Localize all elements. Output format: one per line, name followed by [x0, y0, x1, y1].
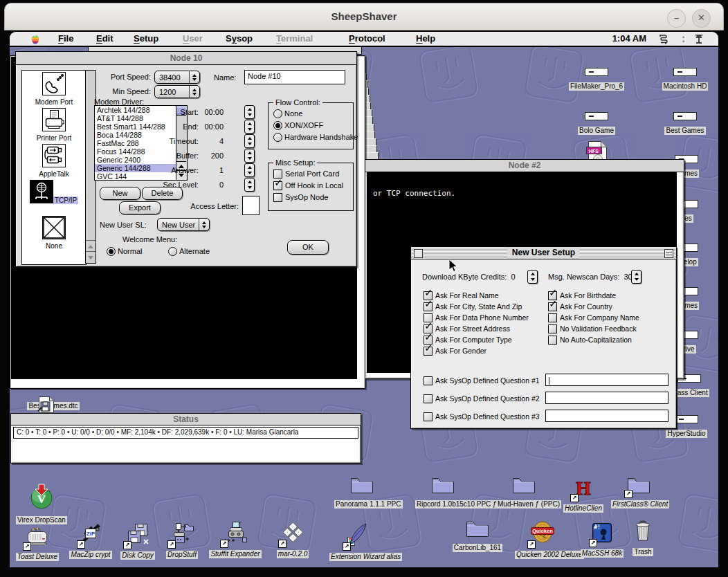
icon-label: MacZip crypt: [69, 551, 111, 559]
icon-label: Macintosh HD: [662, 82, 709, 91]
checkbox-label-ask-for-computer-type: Ask For Computer Type: [435, 336, 512, 344]
radio-alternate[interactable]: [168, 247, 177, 256]
menu-terminal[interactable]: Terminal: [276, 32, 313, 46]
port-speed-label: Port Speed:: [85, 73, 151, 81]
radio-xon-xoff[interactable]: [273, 121, 282, 130]
menu-help[interactable]: Help: [416, 32, 435, 46]
keychain-scroll-icon[interactable]: [657, 34, 668, 48]
desktop-icon-trash[interactable]: Trash: [615, 518, 671, 557]
desktop-icon-mar-0-2-0[interactable]: ↗mar-0.2.0: [265, 523, 320, 559]
port-item-tcp-ip[interactable]: TCP/IP: [22, 180, 86, 205]
desktop-icon-quicken-2002-deluxe[interactable]: QQuicken↗Quicken 2002 Deluxe: [515, 520, 570, 560]
field-value: 00:00: [203, 122, 224, 131]
port-item-none[interactable]: None: [22, 216, 86, 250]
icon-label: Mud-Haven ƒ (PPC): [496, 500, 561, 509]
menu-edit[interactable]: Edit: [96, 32, 113, 46]
desktop-icon-ripcord-1-0b15c10-ppc[interactable]: Ripcord 1.0b15c10 PPC ƒ: [415, 476, 471, 509]
sysop-question-field-2[interactable]: [545, 392, 668, 404]
checkbox-ask-sysop-defined-question-1[interactable]: [424, 376, 433, 385]
menu-setup[interactable]: Setup: [134, 32, 158, 46]
alias-arrow-icon: ↗: [167, 540, 176, 549]
stepper-timeout[interactable]: [244, 134, 255, 148]
checkbox-ask-for-company-name[interactable]: [548, 313, 557, 322]
download-credits-stepper[interactable]: [527, 270, 538, 284]
desktop-icon-panorama-1-1-1-ppc[interactable]: Panorama 1.1.1 PPC: [334, 476, 390, 509]
node10-titlebar[interactable]: Node 10: [16, 52, 356, 65]
desktop-icon-best-games[interactable]: Best Games: [657, 111, 713, 136]
checkbox-no-auto-capitalization[interactable]: [548, 336, 557, 345]
port-speed-popup[interactable]: 38400: [154, 71, 200, 84]
scroll-down-icon[interactable]: [86, 251, 95, 263]
menu-sysop[interactable]: Sysop: [226, 32, 253, 46]
menu-protocol[interactable]: Protocol: [349, 32, 385, 46]
checkbox-ask-for-country[interactable]: ✓: [548, 302, 557, 311]
window-close-box-icon[interactable]: [414, 249, 423, 258]
stepper-buffer[interactable]: [244, 149, 255, 163]
hyperstudio-icon: [675, 414, 698, 426]
field-value: 00:00: [203, 108, 224, 116]
radio-hardware-handshake[interactable]: [273, 133, 282, 142]
desktop-icon-mud-haven-ppc[interactable]: Mud-Haven ƒ (PPC): [496, 476, 552, 509]
flow-control-title: Flow Control:: [273, 98, 322, 107]
export-button[interactable]: Export: [119, 201, 161, 214]
port-item-modem-port[interactable]: Modem Port: [22, 72, 86, 106]
window-collapse-box-icon[interactable]: [664, 249, 673, 258]
desktop-icon-filemaker-pro-6[interactable]: FileMaker_Pro_6: [569, 66, 624, 91]
radio-normal[interactable]: [107, 247, 116, 256]
name-field[interactable]: Node #10: [244, 70, 345, 84]
desktop-icon-extension-wizard-alias[interactable]: ↗Extension Wizard alias: [329, 523, 385, 562]
desktop-icon-carbonlib-161[interactable]: CarbonLib_161: [450, 520, 505, 553]
close-button[interactable]: ✕: [692, 9, 711, 28]
desktop-icon-firstclass-client[interactable]: ↗FirstClass® Client: [611, 476, 666, 509]
virex-dropscan-icon: V: [29, 484, 54, 513]
stepper-end[interactable]: [244, 120, 255, 134]
desktop-icon-toast-deluxe[interactable]: ↗Toast Deluxe: [10, 526, 65, 562]
scroll-up-icon[interactable]: [86, 240, 95, 252]
minimize-button[interactable]: –: [667, 9, 686, 28]
new-button[interactable]: New: [100, 187, 140, 200]
checkbox-ask-sysop-defined-question-3[interactable]: [424, 412, 433, 421]
checkbox-off-hook-in-local[interactable]: ✓: [273, 181, 282, 190]
mar-0-2-0-icon: ↗: [281, 523, 304, 547]
status-window[interactable]: Status C: 0 • T: 0 • P: 0 • U: 0/0 • D: …: [10, 413, 361, 464]
checkbox-ask-sysop-defined-question-2[interactable]: [424, 394, 433, 403]
sysop-question-field-3[interactable]: [545, 410, 668, 422]
desktop-icon-hotlineclien[interactable]: H↗HotlineClien: [556, 477, 611, 513]
nus-titlebar[interactable]: New User Setup: [411, 247, 676, 259]
min-speed-popup[interactable]: 1200: [154, 85, 200, 98]
misc-setup-title: Misc Setup:: [273, 158, 317, 167]
icon-label: Panorama 1.1.1 PPC: [334, 500, 403, 509]
newscan-days-stepper[interactable]: [631, 270, 641, 284]
desktop-icon-dropstuff[interactable]: ↗DropStuff: [154, 522, 210, 560]
node10-dialog[interactable]: Node 10 Modem PortPrinter PortAppleTalkT…: [15, 51, 357, 267]
sysop-question-field-1[interactable]: [545, 374, 668, 386]
icon-label: HotlineClien: [563, 504, 603, 513]
desktop-icon-bolo-game[interactable]: Bolo Game: [569, 111, 624, 136]
stepper-sec-level[interactable]: [244, 178, 255, 192]
desktop-icon-macintosh-hd[interactable]: Macintosh HD: [657, 66, 713, 91]
checkbox-sysop-node[interactable]: [273, 193, 282, 202]
apple-menu-icon[interactable]: [30, 35, 40, 48]
port-item-appletalk[interactable]: AppleTalk: [22, 144, 86, 178]
ok-button[interactable]: OK: [287, 240, 329, 255]
host-titlebar[interactable]: SheepShaver – ✕: [4, 3, 724, 30]
checkbox-ask-for-city-state-and-zip[interactable]: ✓: [424, 302, 433, 311]
stepper-start[interactable]: [244, 105, 255, 119]
application-menu-icon[interactable]: [693, 34, 704, 48]
radio-none[interactable]: [273, 109, 282, 118]
checkbox-ask-for-gender[interactable]: ✓: [424, 347, 433, 356]
desktop-icon-stuffit-expander[interactable]: ↗Stuffit Expander: [208, 522, 263, 559]
icon-label: FirstClass® Client: [611, 500, 669, 509]
desktop-icon-virex-dropscan[interactable]: VVirex DropScan: [14, 484, 69, 525]
menu-file[interactable]: File: [58, 32, 73, 46]
port-item-printer-port[interactable]: Printer Port: [22, 108, 86, 142]
stepper-answer[interactable]: [244, 163, 255, 177]
status-titlebar[interactable]: Status: [11, 414, 361, 425]
icon-label: Virex DropScan: [16, 516, 67, 524]
access-letter-field[interactable]: [242, 196, 260, 215]
checkbox-no-validation-feedback[interactable]: [548, 324, 557, 333]
menu-user[interactable]: User: [183, 32, 203, 46]
node2-titlebar[interactable]: Node #2: [365, 160, 684, 172]
new-user-sl-popup[interactable]: New User: [157, 218, 210, 231]
text-caret: [549, 377, 549, 385]
